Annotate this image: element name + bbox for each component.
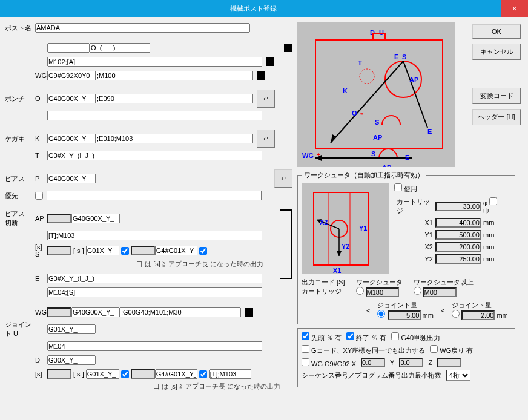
wg2c-input[interactable] [120, 307, 241, 317]
lt1: < [366, 307, 370, 314]
s-gray2-input[interactable] [131, 246, 155, 255]
si3-checkbox[interactable] [199, 370, 207, 378]
marker-icon [284, 44, 292, 52]
wg1-input[interactable] [47, 71, 96, 80]
s2-input[interactable] [86, 246, 119, 255]
g40-checkbox[interactable] [391, 332, 399, 340]
s1-input[interactable] [47, 246, 71, 255]
wgg92-checkbox[interactable] [302, 358, 309, 366]
joint-d-input[interactable] [47, 355, 96, 365]
g92x-input[interactable] [361, 358, 385, 367]
phi-label: φ [483, 199, 487, 206]
ws-other-label: ワークシュータ以上 [414, 278, 474, 287]
joint2-input[interactable] [47, 341, 262, 351]
svg-text:E: E [405, 154, 409, 161]
line2a-input[interactable] [47, 43, 90, 53]
wgg92-label: WG G9#G92 X [311, 360, 356, 367]
si1-input[interactable] [47, 369, 71, 379]
punch2-input[interactable] [47, 111, 262, 120]
workshooter-diagram: X2 Y2 Y1 X1 [302, 183, 389, 274]
si4-input[interactable] [209, 369, 251, 379]
convert-button[interactable]: 変換コード [472, 88, 521, 104]
si2-checkbox[interactable] [121, 370, 129, 378]
joint2-input[interactable] [461, 310, 495, 320]
svg-text:*: * [360, 111, 363, 119]
close-button[interactable]: × [501, 0, 528, 17]
s3-checkbox[interactable] [199, 247, 207, 255]
yusen-checkbox[interactable] [35, 192, 43, 200]
cancel-button[interactable]: キャンセル [472, 44, 521, 60]
sentou-checkbox[interactable] [302, 332, 309, 340]
mm6: mm [497, 312, 507, 319]
tool-path-diagram: D U T K O * E S AP S AP E WG + S AP E [297, 22, 455, 167]
joint1-input[interactable] [388, 310, 421, 320]
x1-input[interactable] [435, 218, 481, 228]
joint1-radio[interactable] [377, 310, 385, 318]
phi-checkbox[interactable] [489, 197, 497, 205]
y2-label: Y2 [397, 255, 433, 263]
joint2-radio[interactable] [452, 310, 460, 318]
joint-u-input[interactable] [47, 324, 96, 334]
line3-input[interactable] [47, 57, 262, 67]
svg-text:T: T [358, 59, 362, 67]
ws-radio[interactable] [356, 287, 364, 295]
e2-input[interactable] [47, 287, 262, 297]
s-label: [s] S [35, 243, 47, 258]
si3-input[interactable] [155, 369, 197, 379]
pias-p-input[interactable] [47, 174, 96, 183]
gcode-checkbox[interactable] [302, 345, 309, 353]
punch-ob-input[interactable] [96, 94, 253, 103]
ap-gray-input[interactable] [47, 214, 71, 223]
wg1b-input[interactable] [96, 71, 253, 80]
e-label: E [35, 275, 47, 282]
return-button[interactable]: ↵ [257, 130, 275, 148]
postname-label: ポスト名 [5, 24, 35, 33]
return-button[interactable]: ↵ [257, 90, 275, 108]
g92y-input[interactable] [399, 358, 423, 367]
joint-d-label: D [35, 356, 47, 364]
punch-o-input[interactable] [47, 94, 96, 103]
ap-t-input[interactable] [47, 231, 262, 240]
g40-label: G40単独出力 [401, 334, 440, 341]
svg-text:X2: X2 [320, 218, 328, 226]
ap-input[interactable] [71, 214, 120, 223]
svg-text:E: E [427, 128, 432, 135]
cartridge2-label: カートリッジ [302, 287, 345, 296]
postname-input[interactable] [35, 23, 250, 33]
ok-button[interactable]: OK [472, 24, 521, 39]
ws-other-v-input[interactable] [423, 287, 457, 297]
s2-checkbox[interactable] [121, 247, 129, 255]
si-gray2-input[interactable] [131, 369, 155, 379]
return-button[interactable]: ↵ [274, 169, 292, 188]
use-checkbox[interactable] [394, 183, 402, 191]
x2-input[interactable] [435, 242, 481, 252]
bottom-fieldset: 先頭 ％ 有 終了 ％ 有 G40単独出力 Gコード、XY座標を同一でも出力する… [297, 328, 515, 387]
s3-input[interactable] [155, 246, 197, 255]
y2-input[interactable] [435, 254, 481, 264]
e1-input[interactable] [47, 274, 262, 283]
haba-label: 巾 [483, 207, 490, 214]
y1-input[interactable] [435, 230, 481, 240]
ws-other-radio[interactable] [414, 287, 421, 295]
seq-select[interactable]: 4桁 [446, 370, 470, 381]
cartridge-input[interactable] [435, 202, 481, 211]
line2b-input[interactable] [90, 43, 150, 53]
shuryo-checkbox[interactable] [346, 332, 354, 340]
si2-input[interactable] [86, 369, 119, 379]
wgback-checkbox[interactable] [430, 345, 438, 353]
svg-text:O: O [352, 110, 357, 117]
header-button[interactable]: ヘッダー [H] [472, 109, 521, 125]
svg-text:K: K [343, 87, 348, 94]
gcode-label: Gコード、XY座標を同一でも出力する [311, 347, 425, 354]
use-label: 使用 [404, 185, 417, 192]
wg2a-input[interactable] [47, 307, 71, 317]
svg-text:Y2: Y2 [342, 243, 349, 250]
kegaki-t-input[interactable] [47, 151, 262, 160]
kegaki-k-input[interactable] [47, 134, 96, 143]
wg2b-input[interactable] [71, 307, 120, 317]
g92z-input[interactable] [437, 358, 461, 367]
kegaki-kb-input[interactable] [96, 134, 253, 143]
y-label: Y [390, 359, 394, 366]
ws-v-input[interactable] [366, 287, 399, 297]
pias2-input[interactable] [47, 191, 262, 200]
